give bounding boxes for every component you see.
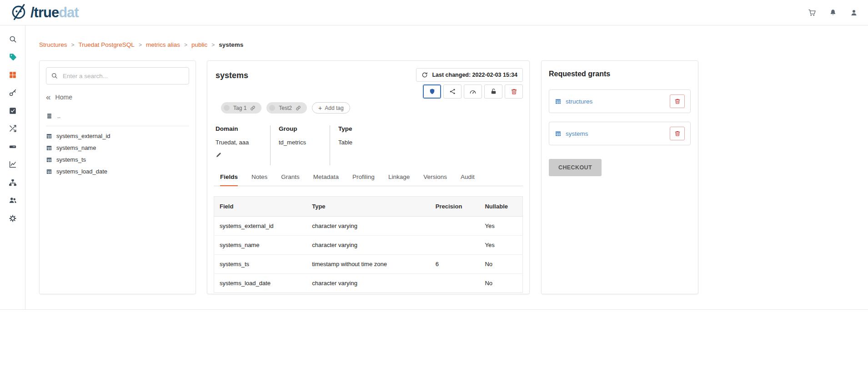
gear-icon <box>9 214 17 223</box>
search-icon <box>9 35 17 43</box>
chart-icon <box>9 160 17 168</box>
sidebar-item-glossary[interactable] <box>0 48 25 66</box>
sidebar-item-settings[interactable] <box>0 209 25 228</box>
trash-icon <box>674 130 681 137</box>
col-header-nullable: Nullable <box>479 197 522 217</box>
grant-link[interactable]: systems <box>555 130 588 137</box>
col-header-type: Type <box>306 197 430 217</box>
field-link[interactable]: systems_ts <box>214 255 307 274</box>
pencil-icon <box>216 152 222 158</box>
share-button[interactable] <box>443 84 462 99</box>
logo-wordmark: /truedat <box>30 5 79 21</box>
sidebar-item-permissions[interactable] <box>0 84 25 102</box>
edit-domain-button[interactable] <box>216 152 262 158</box>
tag-label: Test2 <box>279 105 292 111</box>
share-icon <box>449 88 456 95</box>
tab-versions[interactable]: Versions <box>423 173 447 186</box>
cart-icon[interactable] <box>808 9 816 17</box>
sidebar-item-dashboards[interactable] <box>0 156 25 174</box>
shuffle-icon <box>9 124 17 133</box>
plus-icon: + <box>318 105 322 111</box>
detail-tabs: Fields Notes Grants Metadata Profiling L… <box>214 173 523 186</box>
table-icon <box>46 168 52 175</box>
sitemap-icon <box>9 178 17 187</box>
gauge-icon <box>469 88 477 95</box>
home-link[interactable]: « Home <box>46 94 189 101</box>
tag-pill[interactable]: Tag 1 <box>221 102 261 114</box>
field-link[interactable]: systems_name <box>214 236 307 255</box>
tab-profiling[interactable]: Profiling <box>352 173 375 186</box>
user-icon[interactable] <box>850 9 858 17</box>
add-tag-button[interactable]: + Add tag <box>312 102 350 114</box>
list-item[interactable]: systems_ts <box>46 156 189 163</box>
last-changed-box: Last changed: 2022-02-03 15:34 <box>416 68 523 82</box>
side-nav <box>0 25 25 309</box>
footer-divider <box>0 309 868 310</box>
protect-button[interactable] <box>423 84 441 99</box>
table-row: systems_external_id character varying Ye… <box>214 217 523 236</box>
sidebar-item-domains[interactable] <box>0 173 25 192</box>
checkout-button[interactable]: CHECKOUT <box>549 159 602 176</box>
detail-type: Type Table <box>330 125 361 165</box>
detail-columns: Domain Truedat, aaa Group td_metrics Typ… <box>216 125 523 165</box>
sidebar-item-sources[interactable] <box>0 138 25 156</box>
list-item[interactable]: systems_load_date <box>46 168 189 175</box>
table-icon <box>46 157 52 163</box>
check-square-icon <box>9 107 17 115</box>
topbar-actions <box>808 9 858 17</box>
truedat-logo[interactable]: /truedat <box>10 3 79 22</box>
fields-table: Field Type Precision Nullable systems_ex… <box>214 196 523 293</box>
breadcrumb-link[interactable]: metrics alias <box>146 41 180 48</box>
tag-remove-dot <box>269 105 275 111</box>
structure-detail-panel: systems Last changed: 2022-02-03 15:34 T… <box>207 60 530 294</box>
tab-notes[interactable]: Notes <box>251 173 267 186</box>
trash-icon <box>511 88 517 95</box>
breadcrumb-link[interactable]: Structures <box>39 41 67 48</box>
breadcrumb-link[interactable]: Truedat PostgreSQL <box>79 41 135 48</box>
tree-search <box>46 67 189 84</box>
action-buttons <box>423 84 523 99</box>
tab-grants[interactable]: Grants <box>281 173 300 186</box>
unlock-icon <box>490 88 497 95</box>
detail-domain: Domain Truedat, aaa <box>216 125 270 165</box>
tag-pill[interactable]: Test2 <box>266 102 307 114</box>
search-input[interactable] <box>46 67 189 84</box>
breadcrumb-link[interactable]: public <box>191 41 207 48</box>
tag-label: Tag 1 <box>233 105 246 111</box>
parent-folder-item[interactable]: .. <box>46 113 189 126</box>
sidebar-item-users[interactable] <box>0 192 25 210</box>
list-item[interactable]: systems_name <box>46 144 189 151</box>
grant-name: structures <box>566 98 592 105</box>
refresh-icon[interactable] <box>421 72 428 78</box>
table-icon <box>46 145 52 151</box>
last-changed-label: Last changed: 2022-02-03 15:34 <box>432 72 517 78</box>
field-link[interactable]: systems_external_id <box>214 217 307 236</box>
profile-button[interactable] <box>464 84 482 99</box>
delete-button[interactable] <box>505 84 523 99</box>
tag-icon <box>9 53 17 61</box>
field-link[interactable]: systems_load_date <box>214 274 307 293</box>
grant-link[interactable]: structures <box>555 98 592 105</box>
sidebar-item-search[interactable] <box>0 30 25 48</box>
shield-icon <box>429 88 436 95</box>
table-row: systems_name character varying Yes <box>214 236 523 255</box>
remove-grant-button[interactable] <box>670 127 685 140</box>
unlock-button[interactable] <box>484 84 502 99</box>
sidebar-item-structures[interactable] <box>0 66 25 84</box>
bell-icon[interactable] <box>829 9 837 17</box>
tab-linkage[interactable]: Linkage <box>388 173 410 186</box>
col-header-field: Field <box>214 197 307 217</box>
grant-name: systems <box>566 130 588 137</box>
tab-audit[interactable]: Audit <box>461 173 475 186</box>
users-icon <box>9 196 17 204</box>
tab-fields[interactable]: Fields <box>220 173 238 186</box>
breadcrumb: Structures > Truedat PostgreSQL > metric… <box>39 41 243 48</box>
detail-group: Group td_metrics <box>270 125 330 165</box>
structure-tree-panel: « Home .. systems_external_id systems_na… <box>39 60 196 294</box>
sidebar-item-lineage[interactable] <box>0 120 25 138</box>
list-item[interactable]: systems_external_id <box>46 133 189 139</box>
sidebar-item-rules[interactable] <box>0 102 25 120</box>
tab-metadata[interactable]: Metadata <box>313 173 339 186</box>
remove-grant-button[interactable] <box>670 94 685 108</box>
table-row: systems_ts timestamp without time zone 6… <box>214 255 523 274</box>
